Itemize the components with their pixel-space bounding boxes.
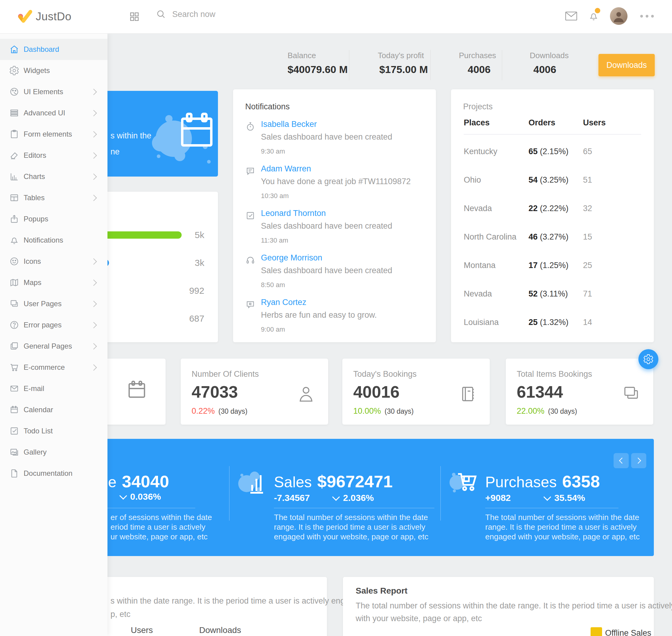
stat-card-title: Total Items Bookings <box>517 370 592 379</box>
stat-downloads-value: 4006 <box>533 64 556 75</box>
stat-profit-value: $175.00 M <box>379 64 428 75</box>
sidebar-item-documentation[interactable]: Documentation <box>0 463 107 484</box>
pages-icon <box>9 299 19 309</box>
calendar-icon <box>125 378 148 401</box>
sidebar-item-maps[interactable]: Maps <box>0 272 107 293</box>
header-actions <box>565 7 654 25</box>
banner-slide3-desc3: engaged with your website, page or app, … <box>485 532 639 541</box>
avatar[interactable] <box>610 7 628 25</box>
banner-slide2-desc2: range. It is the period time a user is a… <box>274 522 425 532</box>
stat-card-percent: 0.22% <box>191 406 215 416</box>
divider <box>349 50 349 80</box>
clipboard-icon <box>9 129 19 139</box>
notification-item: Leonard Thornton Sales dashboard have be… <box>245 209 427 253</box>
sidebar-item-email[interactable]: E-mail <box>0 378 107 399</box>
banner-slide3-desc1: The total number of sessions within the … <box>485 513 639 522</box>
notification-user-link[interactable]: Ryan Cortez <box>261 298 306 307</box>
stat-card-total-items: Total Items Bookings 61344 22.00% (30 da… <box>506 359 653 424</box>
notification-item: Isabella Becker Sales dashboard have bee… <box>245 120 427 164</box>
banner-slide1-change: 0.036% <box>121 492 184 502</box>
sidebar-item-ecommerce[interactable]: E-commerce <box>0 357 107 378</box>
projects-panel: Projects Places Orders Users Kentucky 65… <box>451 90 654 342</box>
sidebar-item-widgets[interactable]: Widgets <box>0 60 107 81</box>
notification-time: 10:30 am <box>261 192 289 200</box>
column-header-places: Places <box>464 118 490 127</box>
banner-slide2-title: Sales $9672471 <box>274 472 393 491</box>
sidebar-item-tables[interactable]: Tables <box>0 187 107 208</box>
stat-balance-value: $40079.60 M <box>288 64 348 75</box>
sidebar-item-dashboard[interactable]: Dashboard <box>0 39 107 60</box>
divider <box>502 50 502 80</box>
chevron-right-icon <box>90 173 97 180</box>
chat-bubble-icon <box>245 300 256 310</box>
sidebar-item-icons[interactable]: Icons <box>0 251 107 272</box>
notification-item: Adam Warren You have done a great job #T… <box>245 164 427 209</box>
sidebar-item-form-elements[interactable]: Form elements <box>0 123 107 145</box>
divider <box>464 134 641 135</box>
downloads-button[interactable]: Downloads <box>598 54 655 76</box>
notification-user-link[interactable]: Isabella Becker <box>261 120 317 129</box>
sidebar-item-popups[interactable]: Popups <box>0 208 107 230</box>
banner-slide1-desc2: eriod time a user is actively <box>110 522 206 532</box>
sales-report-desc2: with your website, page or app, etc <box>356 614 482 623</box>
sales-report-panel: Sales Report The total number of session… <box>343 577 654 636</box>
notifications-title: Notifications <box>245 102 290 112</box>
sidebar-item-ui-elements[interactable]: UI Elements <box>0 81 107 102</box>
bar-label: 3k <box>195 258 204 267</box>
stat-downloads-label: Downloads <box>530 51 569 60</box>
layers-icon <box>621 384 641 404</box>
notification-message: Herbs are fun and easy to grow. <box>261 311 377 320</box>
sidebar-item-error-pages[interactable]: Error pages <box>0 314 107 336</box>
chevron-right-icon <box>90 195 97 201</box>
notification-message: Sales dashboard have been created <box>261 221 392 231</box>
check-square-icon <box>245 211 256 221</box>
column-header-orders: Orders <box>529 118 555 127</box>
search-icon[interactable] <box>156 9 166 19</box>
doc-icon <box>9 468 19 478</box>
bar-label: 5k <box>195 231 204 240</box>
stat-card-period: (30 days) <box>548 408 577 416</box>
sidebar-item-user-pages[interactable]: User Pages <box>0 293 107 314</box>
search-input[interactable] <box>171 9 300 19</box>
stopwatch-icon <box>245 121 256 132</box>
sessions-desc-line2: p, etc <box>110 610 130 619</box>
bell-icon <box>9 235 19 245</box>
sidebar-item-advanced-ui[interactable]: Advanced UI <box>0 102 107 123</box>
sidebar-item-gallery[interactable]: Gallery <box>0 441 107 463</box>
promo-text-line2: ne <box>110 147 120 157</box>
calendar-icon <box>9 404 19 415</box>
stat-card-percent: 10.00% <box>353 406 381 416</box>
notification-user-link[interactable]: George Morrison <box>261 253 322 263</box>
legend-users-label: Users <box>131 625 153 635</box>
sidebar-item-charts[interactable]: Charts <box>0 166 107 187</box>
justdo-logo-icon[interactable] <box>17 8 34 25</box>
sales-report-title: Sales Report <box>356 586 407 596</box>
journal-icon <box>458 384 478 404</box>
carousel-next-button[interactable] <box>631 453 646 468</box>
banner-slide2-desc1: The total number of sessions within the … <box>274 513 428 522</box>
apps-grid-icon[interactable] <box>129 11 140 22</box>
sidebar-item-editors[interactable]: Editors <box>0 145 107 166</box>
sidebar-item-notifications[interactable]: Notifications <box>0 230 107 251</box>
more-options-icon[interactable] <box>638 15 654 18</box>
sidebar-item-general-pages[interactable]: General Pages <box>0 336 107 357</box>
notifications-bell[interactable] <box>588 10 599 22</box>
chevron-right-icon <box>90 300 97 307</box>
sidebar-item-calendar[interactable]: Calendar <box>0 399 107 420</box>
chevron-down-icon <box>332 493 340 501</box>
share-icon <box>9 214 19 224</box>
stat-card-period: (30 days) <box>219 408 248 416</box>
notification-user-link[interactable]: Leonard Thornton <box>261 209 326 218</box>
stat-card-percent: 22.00% <box>517 406 545 416</box>
divider <box>485 508 618 508</box>
carousel-prev-button[interactable] <box>614 453 629 468</box>
settings-fab[interactable] <box>638 349 658 369</box>
chevron-right-icon <box>90 322 97 328</box>
sidebar-item-todo-list[interactable]: Todo List <box>0 420 107 441</box>
chat-square-icon <box>245 166 256 176</box>
mail-icon[interactable] <box>565 11 577 21</box>
sales-chart-cloud-icon <box>235 467 271 497</box>
home-icon <box>9 44 19 55</box>
banner-slide3-title: Purchases 6358 <box>485 472 600 491</box>
notification-user-link[interactable]: Adam Warren <box>261 164 311 174</box>
